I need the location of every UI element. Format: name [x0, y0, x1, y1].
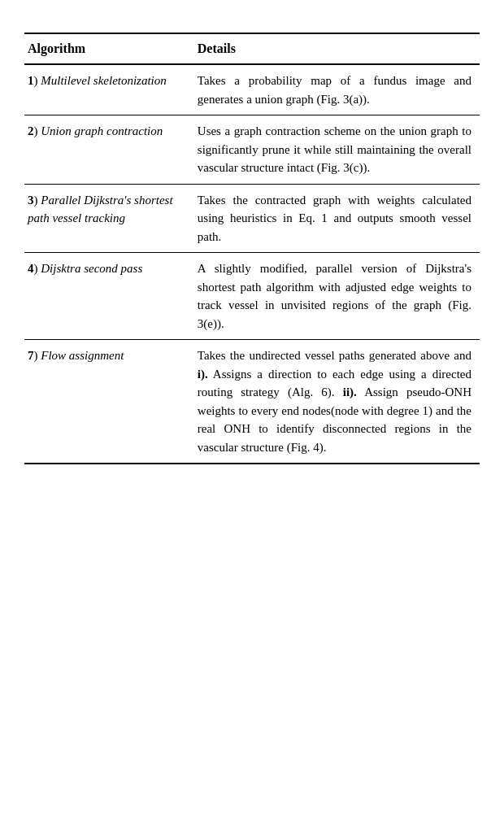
algorithm-cell: 3) Parallel Dijkstra's shortest path ves… [24, 184, 198, 253]
algorithm-table: Algorithm Details 1) Multilevel skeleton… [24, 33, 480, 464]
algo-number: 7 [28, 349, 34, 362]
table-row: 7) Flow assignmentTakes the undirected v… [24, 340, 480, 464]
details-cell: A slightly modified, parallel version of… [198, 253, 480, 340]
details-cell: Takes the contracted graph with weights … [198, 184, 480, 253]
table-container: Algorithm Details 1) Multilevel skeleton… [24, 33, 480, 464]
details-cell: Takes the undirected vessel paths genera… [198, 340, 480, 464]
algo-number: 2 [28, 124, 34, 137]
algo-name: Multilevel skeletonization [41, 74, 167, 87]
table-row: 1) Multilevel skeletonizationTakes a pro… [24, 64, 480, 115]
algo-name: Flow assignment [41, 349, 124, 362]
algorithm-cell: 7) Flow assignment [24, 340, 198, 464]
table-header-row: Algorithm Details [24, 33, 480, 64]
algo-number: 1 [28, 74, 34, 87]
header-details: Details [198, 33, 480, 64]
details-cell: Takes a probability map of a fundus imag… [198, 64, 480, 115]
algo-name: Parallel Dijkstra's shortest path vessel… [28, 194, 173, 225]
table-row: 2) Union graph contractionUses a graph c… [24, 115, 480, 185]
table-row: 3) Parallel Dijkstra's shortest path ves… [24, 184, 480, 253]
table-row: 4) Dijsktra second passA slightly modifi… [24, 253, 480, 340]
algo-name: Dijsktra second pass [41, 262, 142, 275]
header-algorithm: Algorithm [24, 33, 198, 64]
algo-number: 3 [28, 194, 34, 207]
algo-name: Union graph contraction [41, 124, 163, 137]
algorithm-cell: 2) Union graph contraction [24, 115, 198, 185]
algorithm-cell: 1) Multilevel skeletonization [24, 64, 198, 115]
details-cell: Uses a graph contraction scheme on the u… [198, 115, 480, 185]
algorithm-cell: 4) Dijsktra second pass [24, 253, 198, 340]
algo-number: 4 [28, 262, 34, 275]
